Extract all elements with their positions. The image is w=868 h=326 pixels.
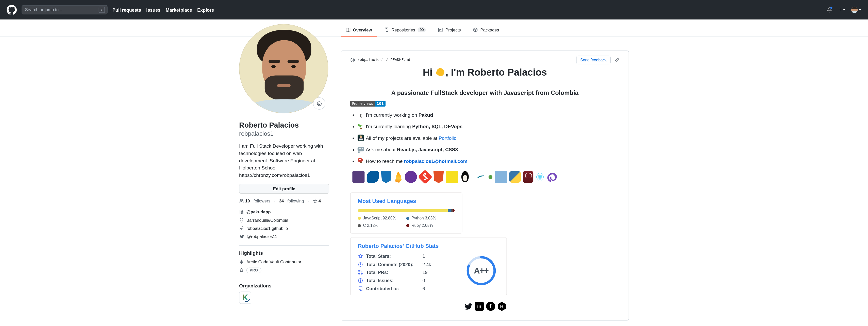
twitter-icon[interactable] <box>463 302 473 311</box>
search-box[interactable]: / <box>22 5 107 14</box>
github-logo-icon[interactable] <box>7 5 17 15</box>
hackerrank-icon[interactable]: H <box>497 302 506 311</box>
star-icon <box>313 199 317 203</box>
wave-emoji <box>436 67 445 76</box>
readme-bullet: Ask me about React.js, Javascript, CSS3 <box>358 146 620 154</box>
photoshop-icon <box>495 171 507 183</box>
readme-bullet: All of my projects are available at Port… <box>358 135 620 142</box>
profile-tabs-bar: OverviewRepositories90ProjectsPackages <box>0 20 868 37</box>
speech-emoji-icon <box>358 146 364 153</box>
most-used-languages-card[interactable]: Most Used Languages JavaScript 92.80%Pyt… <box>350 193 462 234</box>
profile-detail-location[interactable]: Barranquilla/Colombia <box>239 216 329 224</box>
tab-repositories[interactable]: Repositories90 <box>379 24 431 37</box>
technologist-emoji-icon <box>358 135 364 141</box>
seedling-emoji-icon <box>358 123 364 129</box>
lang-dot-icon <box>358 217 361 220</box>
readme-bullet-list: I'm currently working on PakudI'm curren… <box>350 111 620 165</box>
followers-row[interactable]: 19 followers · 34 following · 4 <box>239 198 329 203</box>
main-column: robpalacios1 / README.md Send feedback H… <box>341 37 629 321</box>
nodejs-icon <box>488 175 493 179</box>
mailbox-emoji-icon <box>358 158 364 164</box>
git-icon <box>419 172 431 182</box>
github-stats-card[interactable]: Roberto Palacios' GitHub Stats Total Sta… <box>350 237 507 295</box>
lang-legend-ruby: Ruby 2.05% <box>406 223 455 228</box>
lang-dot-icon <box>358 224 361 227</box>
lang-bar-segment-c <box>451 209 453 212</box>
social-links-row: infH <box>350 302 620 311</box>
organization-avatar[interactable]: K <box>239 292 251 304</box>
send-feedback-button[interactable]: Send feedback <box>577 56 611 64</box>
profile-detail-link[interactable]: robpalacios1.github.io <box>239 224 329 232</box>
nav-item-explore[interactable]: Explore <box>197 7 214 12</box>
telescope-emoji-icon <box>358 111 364 118</box>
slash-key-hint: / <box>99 7 105 13</box>
pro-badge: PRO <box>246 268 261 273</box>
readme-bullet: How to reach me robpalacios1@hotmail.com <box>358 158 620 165</box>
readme-bullet: I'm currently learning Python, SQL, DEVo… <box>358 123 620 130</box>
highlights-title: Highlights <box>239 251 329 256</box>
profile-name: Roberto Palacios <box>239 121 329 130</box>
notifications-bell-icon[interactable] <box>827 7 833 13</box>
javascript-icon <box>446 171 458 183</box>
python-icon <box>509 171 521 183</box>
email-link[interactable]: robpalacios1@hotmail.com <box>404 159 467 164</box>
tab-overview[interactable]: Overview <box>341 24 377 37</box>
gatsby-icon <box>405 171 417 183</box>
linkedin-icon[interactable]: in <box>474 302 484 311</box>
portfolio-link[interactable]: Portfolio <box>439 136 456 141</box>
rails-icon <box>523 171 533 183</box>
top-header: / Pull requestsIssuesMarketplaceExplore … <box>0 0 868 20</box>
nav-item-issues[interactable]: Issues <box>146 7 160 12</box>
react-icon <box>535 172 545 182</box>
languages-legend: JavaScript 92.80%Python 3.03%C 2.12%Ruby… <box>358 216 455 228</box>
lang-bar-segment-python <box>448 209 451 212</box>
smiley-icon <box>316 101 321 106</box>
user-menu-button[interactable] <box>851 7 861 13</box>
rank-ring: A++ <box>464 254 498 287</box>
profile-sidebar: Roberto Palacios robpalacios1 I am Full … <box>239 24 329 304</box>
readme-breadcrumb[interactable]: robpalacios1 / README.md <box>358 58 410 62</box>
stats-card-title: Roberto Palacios' GitHub Stats <box>358 243 499 250</box>
c-icon <box>367 171 379 183</box>
readme-title: Hi , I'm Roberto Palacios <box>350 67 620 83</box>
html5-icon <box>433 171 444 183</box>
mysql-icon <box>474 175 484 178</box>
profile-detail-organization[interactable]: @pakudapp <box>239 207 329 216</box>
lang-legend-c: C 2.12% <box>358 223 406 228</box>
lang-legend-python: Python 3.03% <box>406 216 455 221</box>
bootstrap-icon <box>352 171 365 183</box>
tab-projects[interactable]: Projects <box>433 24 466 37</box>
nav-item-marketplace[interactable]: Marketplace <box>166 7 192 12</box>
lang-dot-icon <box>406 224 409 227</box>
tab-packages[interactable]: Packages <box>468 24 504 37</box>
notification-dot <box>830 6 833 9</box>
search-input[interactable] <box>24 7 97 13</box>
smiley-icon <box>350 58 355 62</box>
profile-details: @pakudappBarranquilla/Colombiarobpalacio… <box>239 207 329 240</box>
github-profile-page: / Pull requestsIssuesMarketplaceExplore … <box>0 0 868 326</box>
sidebar-divider <box>239 245 329 246</box>
set-status-button[interactable] <box>313 97 326 109</box>
skill-icons-row <box>350 171 620 184</box>
languages-bar <box>358 209 455 212</box>
pencil-icon[interactable] <box>614 57 619 62</box>
redux-icon <box>547 172 557 182</box>
rank-grade: A++ <box>464 254 498 287</box>
nav-item-pull-requests[interactable]: Pull requests <box>113 7 141 12</box>
firebase-icon <box>393 171 403 183</box>
lang-legend-javascript: JavaScript 92.80% <box>358 216 406 221</box>
facebook-icon[interactable]: f <box>486 302 495 311</box>
edit-profile-button[interactable]: Edit profile <box>239 184 329 194</box>
top-nav: Pull requestsIssuesMarketplaceExplore <box>113 7 214 12</box>
create-new-button[interactable]: + <box>838 7 845 13</box>
lang-bar-segment-javascript <box>358 209 448 212</box>
tab-counter: 90 <box>417 27 426 32</box>
header-actions: + <box>827 7 861 13</box>
lang-bar-segment-ruby <box>453 209 455 212</box>
people-icon <box>239 198 244 203</box>
lang-dot-icon <box>406 217 409 220</box>
linux-icon <box>460 171 470 183</box>
organizations-title: Organizations <box>239 283 329 289</box>
highlight-arctic-vault: Arctic Code Vault Contributor <box>239 259 329 264</box>
profile-detail-twitter[interactable]: @robpalacios11 <box>239 232 329 240</box>
